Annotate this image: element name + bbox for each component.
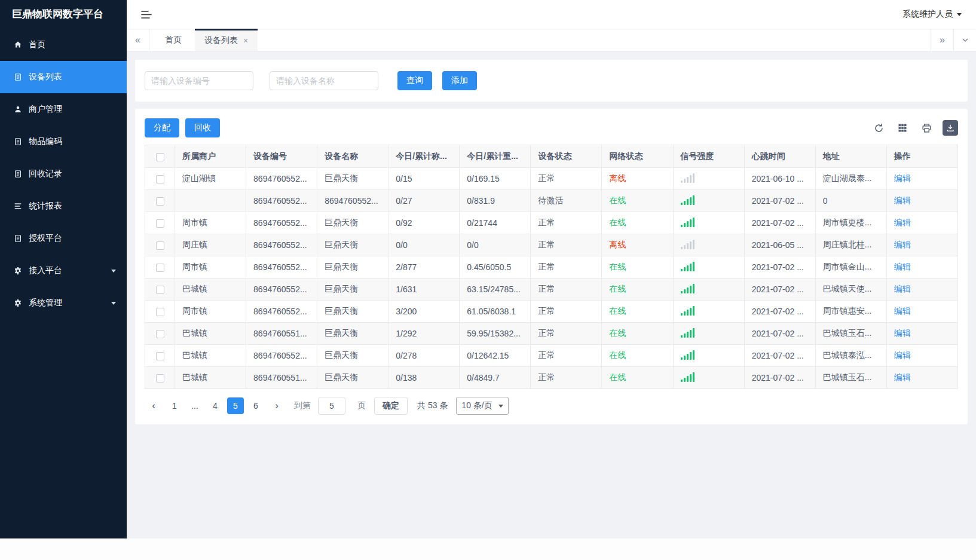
row-checkbox[interactable] (156, 264, 164, 272)
heartbeat-cell: 2021-07-02 ... (744, 367, 815, 389)
print-icon[interactable] (919, 120, 934, 136)
device-name-cell: 巨鼎天衡 (317, 168, 388, 190)
tab-home[interactable]: 首页 (155, 29, 191, 51)
network-status-cell: 在线 (602, 345, 673, 367)
page-ellipsis[interactable]: ... (186, 397, 203, 414)
address-cell: 巴城镇泰泓... (815, 345, 886, 367)
tab-bar: « 首页设备列表× » (127, 29, 976, 51)
merchant-cell: 巴城镇 (175, 367, 246, 389)
prev-page-button[interactable]: ‹ (146, 397, 161, 414)
signal-strength-cell (673, 345, 744, 367)
row-checkbox[interactable] (156, 175, 164, 183)
edit-link[interactable]: 编辑 (894, 195, 911, 205)
goto-page-input[interactable] (318, 397, 345, 415)
select-all-checkbox[interactable] (156, 153, 164, 161)
close-icon[interactable]: × (243, 36, 248, 45)
signal-strength-icon (681, 262, 694, 271)
signal-strength-icon (681, 284, 694, 293)
pagination: ‹ 1...456 › 到第 页 确定 共 53 条 10 条/页 (145, 389, 958, 417)
next-page-button[interactable]: › (269, 397, 284, 414)
edit-link[interactable]: 编辑 (894, 173, 911, 183)
column-header: 设备编号 (246, 145, 317, 168)
address-cell: 周市镇金山... (815, 256, 886, 279)
address-cell: 巴城镇天使... (815, 279, 886, 301)
network-status-badge: 在线 (609, 284, 626, 293)
device-name-input[interactable] (270, 71, 378, 90)
edit-link[interactable]: 编辑 (894, 218, 911, 227)
sidebar-item-system-management[interactable]: 系统管理 (0, 287, 127, 319)
device-no-cell: 8694760551... (246, 367, 317, 389)
network-status-cell: 在线 (602, 367, 673, 389)
sidebar-item-merchant-management[interactable]: 商户管理 (0, 93, 127, 126)
edit-link[interactable]: 编辑 (894, 284, 911, 293)
sidebar-item-home[interactable]: 首页 (0, 29, 127, 61)
edit-link[interactable]: 编辑 (894, 350, 911, 360)
action-cell: 编辑 (886, 279, 957, 301)
network-status-badge: 在线 (609, 218, 626, 227)
edit-link[interactable]: 编辑 (894, 306, 911, 316)
device-name-cell: 巨鼎天衡 (317, 279, 388, 301)
row-checkbox[interactable] (156, 352, 164, 360)
sidebar-menu: 首页设备列表商户管理物品编码回收记录统计报表授权平台接入平台系统管理 (0, 29, 127, 319)
sidebar-item-recycle-records[interactable]: 回收记录 (0, 158, 127, 190)
merchant-cell (175, 190, 246, 212)
search-panel: 查询 添加 (135, 60, 968, 102)
table-toolbar: 分配 回收 (145, 118, 958, 137)
tab-device-list[interactable]: 设备列表× (195, 29, 258, 51)
edit-link[interactable]: 编辑 (894, 240, 911, 249)
device-no-cell: 8694760552... (246, 190, 317, 212)
sidebar-item-device-list[interactable]: 设备列表 (0, 61, 127, 93)
merchant-cell: 巴城镇 (175, 323, 246, 345)
page-button-4[interactable]: 4 (207, 397, 224, 414)
edit-link[interactable]: 编辑 (894, 328, 911, 338)
query-button[interactable]: 查询 (397, 71, 432, 90)
device-no-cell: 8694760552... (246, 279, 317, 301)
columns-grid-icon[interactable] (895, 120, 910, 136)
device-status-cell: 正常 (531, 234, 602, 256)
tabs-scroll-right-button[interactable]: » (931, 29, 953, 51)
sidebar-item-item-coding[interactable]: 物品编码 (0, 126, 127, 158)
sidebar-item-statistics-report[interactable]: 统计报表 (0, 190, 127, 222)
today-weight-cell: 0/21744 (460, 212, 531, 234)
item-code-icon (13, 137, 23, 146)
row-checkbox[interactable] (156, 241, 164, 250)
device-status-cell: 正常 (531, 323, 602, 345)
sidebar-item-access-platform[interactable]: 接入平台 (0, 255, 127, 287)
sidebar-item-authorization-platform[interactable]: 授权平台 (0, 222, 127, 255)
device-no-input[interactable] (145, 71, 253, 90)
network-status-badge: 在线 (609, 306, 626, 316)
signal-strength-cell (673, 323, 744, 345)
page-size-select[interactable]: 10 条/页 (456, 397, 508, 415)
row-checkbox[interactable] (156, 330, 164, 338)
edit-link[interactable]: 编辑 (894, 372, 911, 382)
row-checkbox[interactable] (156, 197, 164, 206)
refresh-icon[interactable] (871, 120, 886, 136)
device-no-cell: 8694760552... (246, 256, 317, 279)
row-checkbox[interactable] (156, 286, 164, 294)
tabs-menu-button[interactable] (953, 29, 976, 51)
network-status-badge: 在线 (609, 262, 626, 271)
sidebar-collapse-icon[interactable] (141, 10, 152, 19)
assign-button[interactable]: 分配 (145, 118, 179, 137)
page-button-6[interactable]: 6 (247, 397, 264, 414)
device-status-cell: 正常 (531, 212, 602, 234)
recycle-button[interactable]: 回收 (185, 118, 220, 137)
user-menu[interactable]: 系统维护人员 (902, 9, 962, 20)
export-download-icon[interactable] (943, 120, 958, 136)
user-name: 系统维护人员 (902, 9, 953, 20)
page-button-5[interactable]: 5 (227, 397, 244, 414)
row-checkbox[interactable] (156, 308, 164, 316)
network-status-cell: 在线 (602, 301, 673, 323)
add-button[interactable]: 添加 (442, 71, 477, 90)
tabs-scroll-left-button[interactable]: « (127, 29, 149, 51)
row-checkbox[interactable] (156, 374, 164, 382)
network-status-cell: 在线 (602, 279, 673, 301)
confirm-goto-button[interactable]: 确定 (374, 397, 408, 415)
today-weight-cell: 0/12642.15 (460, 345, 531, 367)
checkbox-cell (145, 345, 175, 367)
column-header: 地址 (815, 145, 886, 168)
page-button-1[interactable]: 1 (166, 397, 183, 414)
edit-link[interactable]: 编辑 (894, 262, 911, 271)
signal-strength-cell (673, 168, 744, 190)
row-checkbox[interactable] (156, 219, 164, 228)
